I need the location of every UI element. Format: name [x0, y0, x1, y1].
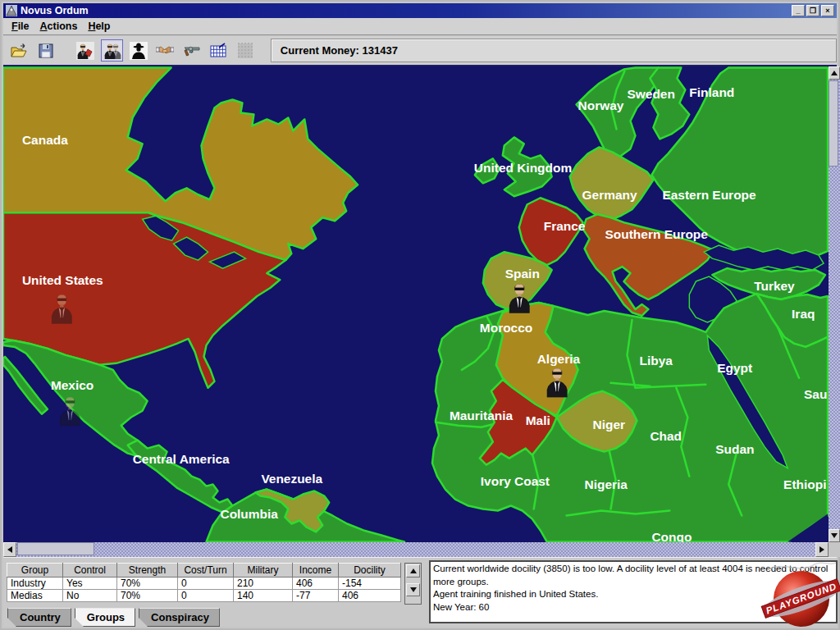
map-label-morocco: Morocco: [480, 321, 532, 335]
map-horizontal-scrollbar[interactable]: [3, 542, 829, 557]
menu-file[interactable]: File: [8, 19, 37, 34]
map-label-venezuela: Venezuela: [261, 472, 322, 486]
map-label-united-kingdom: United Kingdom: [474, 161, 572, 175]
map-label-libya: Libya: [639, 354, 673, 368]
scroll-up-button[interactable]: [829, 66, 840, 80]
table-cell: -154: [339, 578, 401, 590]
down-arrow-icon: [831, 533, 838, 538]
left-arrow-icon: [7, 546, 12, 553]
open-folder-icon: [10, 42, 28, 60]
column-header-docility[interactable]: Docility: [339, 564, 401, 578]
disabled-button: [234, 39, 255, 62]
window-title: Novus Ordum: [21, 5, 790, 16]
map-label-columbia: Columbia: [220, 507, 278, 521]
reports-button[interactable]: [208, 39, 229, 62]
map-label-eastern-europe: Eastern Europe: [662, 188, 756, 202]
toolbar: Current Money: 131437: [3, 36, 837, 66]
disabled-icon: [236, 42, 254, 60]
map-label-chad: Chad: [650, 429, 682, 443]
map-label-mauritania: Mauritania: [450, 409, 514, 422]
bottom-panel: GroupControlStrengthCost/TurnMilitaryInc…: [3, 557, 837, 627]
map-label-niger: Niger: [593, 418, 626, 431]
spy-icon: [130, 42, 148, 60]
app-icon pyramid-eye-icon: [6, 5, 17, 16]
world-map[interactable]: CanadaUnited StatesMexicoCentral America…: [3, 66, 829, 542]
table-cell: 70%: [117, 590, 178, 602]
restore-button[interactable]: ❐: [806, 5, 819, 16]
map-label-mali: Mali: [526, 413, 550, 427]
tab-conspiracy[interactable]: Conspiracy: [139, 608, 220, 627]
menu-bar: FileActionsHelp: [3, 18, 837, 35]
map-label-spain: Spain: [505, 267, 540, 281]
table-cell: 406: [293, 578, 339, 590]
hire-agent-icon: [76, 42, 94, 60]
map-label-turkey: Turkey: [754, 279, 795, 293]
table-cell: Yes: [63, 578, 117, 590]
spy-button[interactable]: [128, 39, 149, 62]
map-label-sweden: Sweden: [627, 87, 674, 101]
table-scrollbar[interactable]: [404, 563, 422, 605]
status-line: Agent training finished in United States…: [433, 588, 833, 601]
column-header-strength[interactable]: Strength: [117, 564, 178, 578]
table-scroll-up-button[interactable]: [406, 564, 420, 578]
map-vertical-scrollbar[interactable]: [829, 66, 840, 542]
map-label-ethiopi: Ethiopi: [783, 477, 826, 491]
table-cell: No: [63, 590, 117, 602]
map-label-iraq: Iraq: [792, 307, 815, 321]
table-scroll-down-button[interactable]: [406, 583, 420, 596]
table-row-industry[interactable]: IndustryYes70%0210406-154: [7, 578, 401, 590]
map-label-egypt: Egypt: [717, 361, 752, 375]
horizontal-scroll-thumb[interactable]: [17, 542, 94, 555]
current-money: Current Money: 131437: [272, 44, 398, 57]
column-header-cost-turn[interactable]: Cost/Turn: [178, 564, 234, 578]
menu-help[interactable]: Help: [84, 19, 117, 34]
table-cell: 0: [178, 590, 234, 602]
tab-bar: CountryGroupsConspiracy: [7, 608, 223, 627]
column-header-military[interactable]: Military: [234, 564, 293, 578]
open-button[interactable]: [8, 39, 30, 62]
minimize-button[interactable]: _: [792, 5, 805, 16]
right-arrow-icon: [819, 546, 824, 553]
table-cell: Medias: [7, 590, 63, 602]
tab-country[interactable]: Country: [7, 608, 71, 627]
map-label-congo: Congo: [651, 530, 692, 542]
map-label-sudan: Sudan: [715, 442, 754, 456]
title-bar[interactable]: Novus Ordum _ ❐ ×: [3, 3, 837, 18]
table-cell: Industry: [7, 578, 63, 590]
status-message-box: Current worldwide docility (3850) is too…: [429, 560, 838, 623]
table-cell: 0: [178, 578, 234, 590]
scroll-down-button[interactable]: [829, 529, 840, 542]
map-label-germany: Germany: [582, 188, 637, 202]
table-cell: 70%: [117, 578, 178, 590]
column-header-income[interactable]: Income: [293, 564, 339, 578]
diplomacy-button[interactable]: [154, 39, 176, 62]
grid-report-icon: [209, 42, 227, 60]
map-label-nigeria: Nigeria: [585, 477, 628, 491]
move-agents-button[interactable]: [101, 39, 122, 62]
column-header-control[interactable]: Control: [63, 564, 117, 578]
handshake-icon: [156, 42, 174, 60]
menu-actions[interactable]: Actions: [37, 19, 85, 34]
assassinate-button[interactable]: [181, 39, 203, 62]
table-cell: 140: [234, 590, 293, 602]
map-label-sau: Sau: [804, 387, 827, 401]
column-header-group[interactable]: Group: [7, 564, 63, 578]
close-button[interactable]: ×: [821, 5, 834, 16]
scroll-right-button[interactable]: [815, 542, 829, 557]
money-panel: Current Money: 131437: [271, 39, 837, 62]
scroll-left-button[interactable]: [3, 542, 16, 557]
map-label-united-states: United States: [22, 273, 103, 287]
app-window: Novus Ordum _ ❐ × FileActionsHelp: [0, 0, 840, 630]
down-arrow-icon: [410, 587, 417, 592]
vertical-scroll-thumb[interactable]: [829, 80, 838, 167]
table-row-medias[interactable]: MediasNo70%0140-77406: [7, 590, 401, 602]
map-label-france: France: [544, 219, 586, 233]
groups-table[interactable]: GroupControlStrengthCost/TurnMilitaryInc…: [7, 563, 401, 602]
up-arrow-icon: [410, 568, 417, 573]
save-button[interactable]: [34, 39, 56, 62]
move-agents-icon: [103, 42, 121, 60]
table-cell: -77: [293, 590, 339, 602]
hire-agent-button[interactable]: [75, 39, 96, 62]
map-label-finland: Finland: [689, 86, 734, 100]
tab-groups[interactable]: Groups: [75, 608, 135, 627]
